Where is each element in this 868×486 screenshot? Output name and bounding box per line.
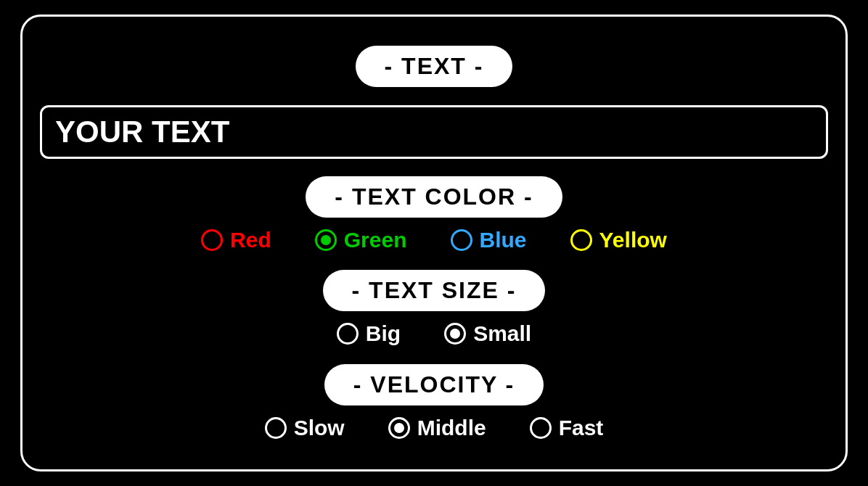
vel-middle-circle [388,417,410,439]
vel-fast-option[interactable]: Fast [530,416,604,440]
color-red-option[interactable]: Red [201,228,271,252]
text-input-row [40,105,828,159]
color-red-circle [201,229,223,251]
vel-middle-option[interactable]: Middle [388,416,486,440]
velocity-label: - VELOCITY - [324,364,544,405]
color-green-circle [315,229,337,251]
color-yellow-label: Yellow [599,228,667,252]
text-color-label: - TEXT COLOR - [306,176,562,218]
size-small-circle [444,323,466,345]
size-big-label: Big [366,321,401,346]
velocity-section: - VELOCITY - Slow Middle Fast [40,364,828,440]
vel-fast-label: Fast [559,416,604,440]
vel-fast-circle [530,417,552,439]
text-color-options: Red Green Blue Yellow [40,228,828,252]
size-small-label: Small [473,321,531,346]
vel-slow-option[interactable]: Slow [265,416,345,440]
size-big-circle [337,323,359,345]
color-red-label: Red [230,228,271,252]
vel-middle-label: Middle [417,416,486,440]
text-size-label: - TEXT SIZE - [323,270,546,311]
size-big-option[interactable]: Big [337,321,401,346]
vel-slow-label: Slow [294,416,345,440]
text-size-options: Big Small [40,321,828,346]
color-green-label: Green [344,228,407,252]
color-green-option[interactable]: Green [315,228,407,252]
color-blue-label: Blue [480,228,527,252]
size-small-option[interactable]: Small [444,321,531,346]
color-yellow-circle [570,229,592,251]
main-panel: - TEXT - - TEXT COLOR - Red Green Blue Y… [20,15,848,471]
vel-slow-circle [265,417,287,439]
text-color-section: - TEXT COLOR - Red Green Blue Yellow [40,176,828,252]
panel-title: - TEXT - [356,46,513,87]
color-yellow-option[interactable]: Yellow [570,228,667,252]
text-size-section: - TEXT SIZE - Big Small [40,270,828,346]
color-blue-circle [451,229,472,251]
velocity-options: Slow Middle Fast [40,416,828,440]
text-input[interactable] [40,105,828,159]
color-blue-option[interactable]: Blue [451,228,527,252]
